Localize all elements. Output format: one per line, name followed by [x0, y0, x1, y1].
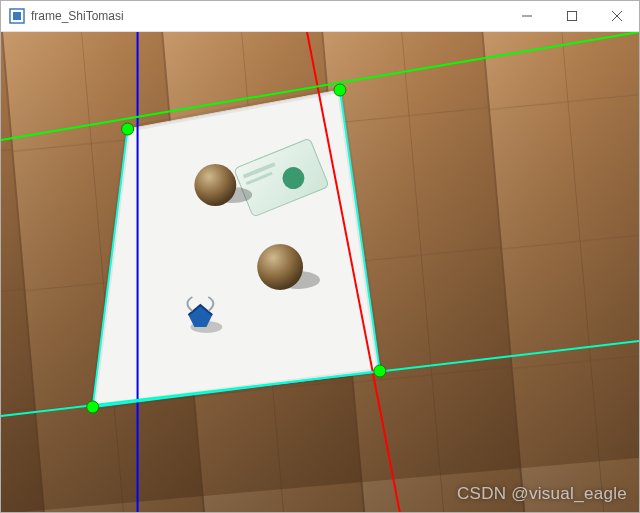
- window-controls: [504, 1, 639, 31]
- cv-frame: [1, 32, 639, 512]
- corner-3: [87, 401, 99, 413]
- maximize-button[interactable]: [549, 1, 594, 31]
- corner-0: [122, 123, 134, 135]
- titlebar[interactable]: frame_ShiTomasi: [1, 1, 639, 32]
- close-button[interactable]: [594, 1, 639, 31]
- minimize-button[interactable]: [504, 1, 549, 31]
- corner-1: [334, 84, 346, 96]
- walnut-top: [194, 164, 236, 206]
- white-paper: [93, 90, 380, 407]
- svg-rect-3: [567, 12, 576, 21]
- app-window: frame_ShiTomasi: [0, 0, 640, 513]
- svg-rect-1: [13, 12, 21, 20]
- app-icon: [9, 8, 25, 24]
- image-viewport: CSDN @visual_eagle: [1, 32, 639, 512]
- corner-2: [374, 365, 386, 377]
- window-title: frame_ShiTomasi: [31, 9, 504, 23]
- walnut-bottom: [257, 244, 303, 290]
